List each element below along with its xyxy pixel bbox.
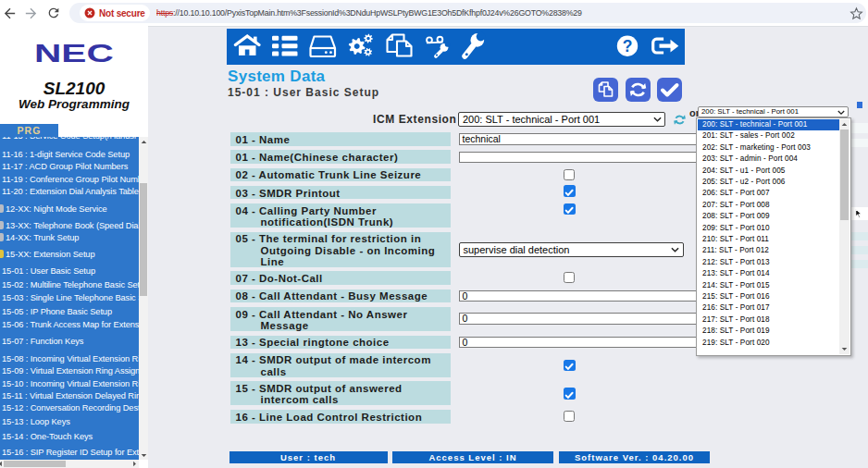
svg-text:?: ? [623,37,633,55]
